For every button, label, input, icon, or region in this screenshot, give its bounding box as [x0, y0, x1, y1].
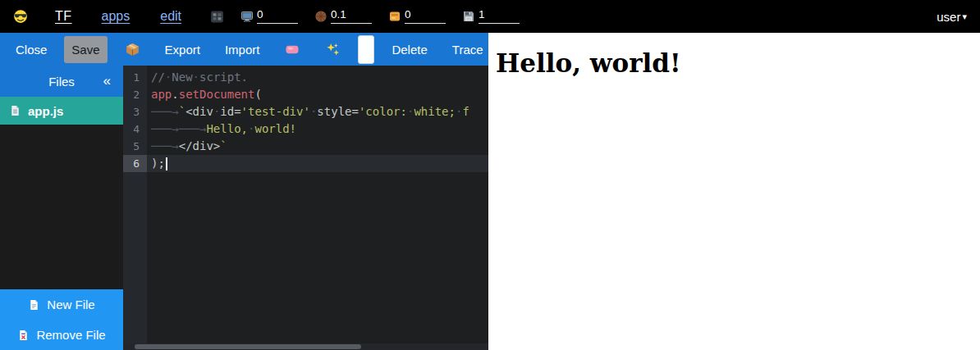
- save-button[interactable]: Save: [64, 36, 107, 63]
- editor-panel: Close Save Export Import Delete Trace Fi…: [0, 33, 488, 350]
- workspace: Close Save Export Import Delete Trace Fi…: [0, 33, 980, 350]
- export-button[interactable]: Export: [158, 36, 208, 63]
- grid-icon[interactable]: [210, 10, 224, 24]
- files-title: Files: [48, 75, 75, 89]
- blank-button[interactable]: [358, 35, 374, 64]
- caret-down-icon: ▾: [962, 11, 967, 22]
- preview-heading: Hello, world!: [496, 48, 980, 78]
- sparkles-button[interactable]: [318, 35, 348, 64]
- remove-file-button[interactable]: Remove File: [0, 320, 123, 350]
- soap-icon: [284, 42, 300, 57]
- stat-card-value[interactable]: 0: [405, 9, 446, 25]
- files-header: Files «: [0, 66, 123, 97]
- text-cursor: [166, 157, 167, 170]
- card-icon: [388, 10, 401, 24]
- delete-button[interactable]: Delete: [384, 36, 434, 63]
- app-preview: Hello, world!: [488, 33, 980, 350]
- user-label: user: [936, 10, 960, 24]
- file-icon: [9, 104, 21, 117]
- line-number: 1: [123, 69, 147, 86]
- code-line: ───→</div>`: [147, 138, 488, 155]
- code-line: //·New·script.: [147, 69, 488, 86]
- brand-link[interactable]: TF: [55, 9, 72, 24]
- new-file-button[interactable]: New File: [0, 289, 123, 320]
- collapse-sidebar-button[interactable]: «: [103, 73, 111, 89]
- panel-body: Files « app.js New File Remove File: [0, 66, 488, 350]
- stat-floppy-field: 1: [462, 9, 520, 25]
- code-line: ───→───→Hello,·world!: [147, 120, 488, 138]
- code-line: ───→`<div·id='test-div'·style='color:·wh…: [147, 103, 488, 120]
- line-number: 3: [123, 103, 147, 120]
- sparkles-icon: [325, 42, 341, 57]
- editor-gutter: 1 2 3 4 5 6: [123, 66, 147, 350]
- code-editor[interactable]: 1 2 3 4 5 6 //·New·script. app.setDocume…: [123, 66, 488, 350]
- code-area[interactable]: //·New·script. app.setDocument( ───→`<di…: [147, 66, 488, 350]
- stat-ball-field: 0.1: [314, 9, 372, 25]
- code-line-active: );: [147, 155, 488, 172]
- topbar: TF apps edit 0 0.1 0 1 user ▾: [0, 0, 980, 33]
- scrollbar-thumb[interactable]: [135, 344, 361, 349]
- stat-card-field: 0: [388, 9, 446, 25]
- close-button[interactable]: Close: [8, 36, 54, 63]
- stat-floppy-value[interactable]: 1: [479, 9, 520, 25]
- editor-toolbar: Close Save Export Import Delete Trace: [0, 33, 488, 66]
- soap-button[interactable]: [277, 35, 308, 63]
- file-item-appjs[interactable]: app.js: [0, 97, 123, 125]
- remove-file-icon: [17, 329, 30, 342]
- trace-button[interactable]: Trace: [445, 36, 491, 63]
- sunglasses-logo-icon[interactable]: [13, 9, 28, 24]
- nav-link-edit[interactable]: edit: [160, 9, 181, 24]
- monitor-icon: [240, 10, 254, 24]
- horizontal-scrollbar[interactable]: [123, 343, 488, 350]
- file-list: [0, 125, 123, 289]
- import-button[interactable]: Import: [218, 36, 268, 63]
- new-file-label: New File: [47, 298, 94, 311]
- line-number: 2: [123, 86, 147, 103]
- ball-icon: [314, 10, 327, 24]
- user-menu[interactable]: user ▾: [936, 10, 967, 24]
- package-button[interactable]: [117, 35, 148, 64]
- stat-monitor-field: 0: [240, 9, 298, 25]
- stat-ball-value[interactable]: 0.1: [331, 9, 372, 25]
- line-number-active: 6: [123, 155, 147, 172]
- line-number: 5: [123, 138, 147, 155]
- code-line: app.setDocument(: [147, 86, 488, 103]
- stat-monitor-value[interactable]: 0: [257, 9, 298, 25]
- floppy-icon: [462, 10, 475, 24]
- line-number: 4: [123, 120, 147, 138]
- files-sidebar: Files « app.js New File Remove File: [0, 66, 123, 350]
- file-name: app.js: [28, 104, 63, 118]
- nav-link-apps[interactable]: apps: [102, 9, 131, 24]
- new-file-icon: [28, 298, 40, 311]
- package-icon: [125, 42, 140, 57]
- remove-file-label: Remove File: [36, 328, 105, 342]
